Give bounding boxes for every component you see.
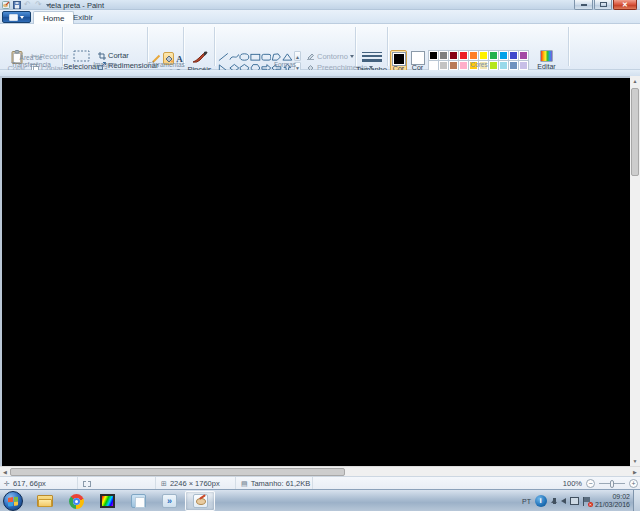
image-group-label: Imagem [63, 61, 147, 68]
notes-app-icon [131, 494, 146, 508]
taskbar-spectrum-button[interactable] [92, 491, 122, 511]
vertical-scrollbar[interactable]: ▲ ▼ [630, 76, 640, 466]
paint-window: ↶ ↷ tela preta - Paint ✕ Home Exibir Col… [0, 0, 640, 511]
minimize-button[interactable] [574, 0, 593, 10]
shape-outline-button[interactable]: Contorno [306, 52, 354, 61]
undo-icon[interactable]: ↶ [24, 1, 32, 9]
close-button[interactable]: ✕ [613, 0, 637, 10]
crop-icon [98, 52, 106, 60]
taskbar-chrome-button[interactable] [61, 491, 91, 511]
image-size-icon: ⊞ [161, 480, 167, 488]
maximize-button[interactable] [594, 0, 612, 10]
status-bar: ✛ 617, 66px ⊞ 2246 × 1760px ▤ Tamanho: 6… [0, 476, 640, 489]
zoom-in-button[interactable]: + [629, 479, 638, 488]
windows-flag-icon [8, 496, 18, 506]
action-center-flag-icon[interactable]: ✕ [583, 497, 591, 506]
shapes-group-label: Formas [215, 61, 355, 68]
zoom-slider[interactable] [599, 483, 625, 484]
taskbar-explorer-button[interactable] [30, 491, 60, 511]
outline-icon [306, 53, 315, 61]
warsaw-icon[interactable] [535, 495, 547, 507]
taskbar-clock[interactable]: 09:02 21/03/2016 [595, 493, 630, 509]
palette-swatch[interactable] [429, 51, 438, 60]
palette-swatch[interactable] [499, 51, 508, 60]
palette-swatch[interactable] [479, 51, 488, 60]
crop-button[interactable]: Cortar [98, 51, 129, 60]
selection-size-icon [83, 481, 91, 487]
palette-swatch[interactable] [449, 51, 458, 60]
palette-swatch[interactable] [439, 51, 448, 60]
shapes-scroll-up[interactable]: ▲ [294, 51, 301, 61]
ribbon-tab-row: Home Exibir [0, 10, 640, 24]
redo-icon[interactable]: ↷ [35, 1, 43, 9]
language-indicator[interactable]: PT [522, 498, 531, 505]
horizontal-scroll-thumb[interactable] [10, 468, 345, 476]
quick-access-toolbar: ↶ ↷ [2, 1, 50, 9]
color1-swatch [393, 53, 405, 65]
taskbar-paint-button[interactable] [185, 491, 215, 511]
outline-dropdown-icon [350, 55, 354, 58]
palette-swatch[interactable] [509, 51, 518, 60]
ribbon: Colar ✂ Recortar Copiar Área de Transfer… [0, 24, 640, 70]
chrome-icon [69, 494, 84, 509]
zoom-level: 100% [563, 479, 582, 488]
zoom-out-button[interactable]: − [586, 479, 595, 488]
paint-taskbar-icon [193, 494, 208, 508]
zoom-slider-thumb[interactable] [610, 480, 614, 488]
start-button[interactable] [3, 491, 23, 511]
taskbar-notes-button[interactable] [123, 491, 153, 511]
palette-swatch[interactable] [489, 51, 498, 60]
tools-group-label: Ferramentas [148, 61, 183, 68]
clock-time: 09:02 [612, 493, 630, 500]
photo-viewer-icon: » [162, 494, 177, 508]
colors-group-label: Cores [427, 61, 531, 68]
scroll-down-arrow[interactable]: ▼ [630, 456, 640, 466]
paint-menu-button[interactable] [2, 11, 31, 23]
explorer-icon [37, 495, 53, 507]
volume-icon[interactable] [561, 498, 566, 504]
scroll-up-arrow[interactable]: ▲ [630, 76, 640, 86]
color2-swatch [412, 52, 424, 64]
paint-app-icon [2, 1, 10, 9]
show-desktop-button[interactable] [633, 490, 640, 511]
vertical-scroll-thumb[interactable] [631, 88, 639, 176]
window-title: tela preta - Paint [49, 1, 104, 10]
file-size-icon: ▤ [241, 480, 248, 488]
title-bar: ↶ ↷ tela preta - Paint ✕ [0, 0, 640, 10]
tab-exibir[interactable]: Exibir [64, 11, 102, 24]
paint-canvas[interactable] [2, 78, 630, 466]
clipboard-group-label: Área de Transferência [0, 54, 62, 68]
spectrum-viewer-icon [100, 494, 115, 508]
size-lines-icon [362, 51, 382, 65]
palette-swatch[interactable] [459, 51, 468, 60]
save-icon[interactable] [13, 1, 21, 9]
image-size-value: 2246 × 1760px [170, 479, 220, 488]
brush-icon [191, 50, 209, 65]
horizontal-scrollbar[interactable]: ◀ ▶ [0, 466, 640, 476]
cursor-position-value: 617, 66px [13, 479, 46, 488]
taskbar: » PT ✕ 09:02 21/03/2016 [0, 489, 640, 511]
taskbar-photo-viewer-button[interactable]: » [154, 491, 184, 511]
edit-colors-icon [540, 50, 553, 62]
cursor-position-icon: ✛ [4, 480, 10, 488]
workspace [0, 76, 630, 466]
network-icon[interactable] [570, 497, 579, 505]
file-size-value: Tamanho: 61,2KB [251, 479, 311, 488]
palette-swatch[interactable] [469, 51, 478, 60]
palette-swatch[interactable] [519, 51, 528, 60]
system-tray: PT ✕ 09:02 21/03/2016 [522, 490, 630, 511]
clock-date: 21/03/2016 [595, 501, 630, 508]
